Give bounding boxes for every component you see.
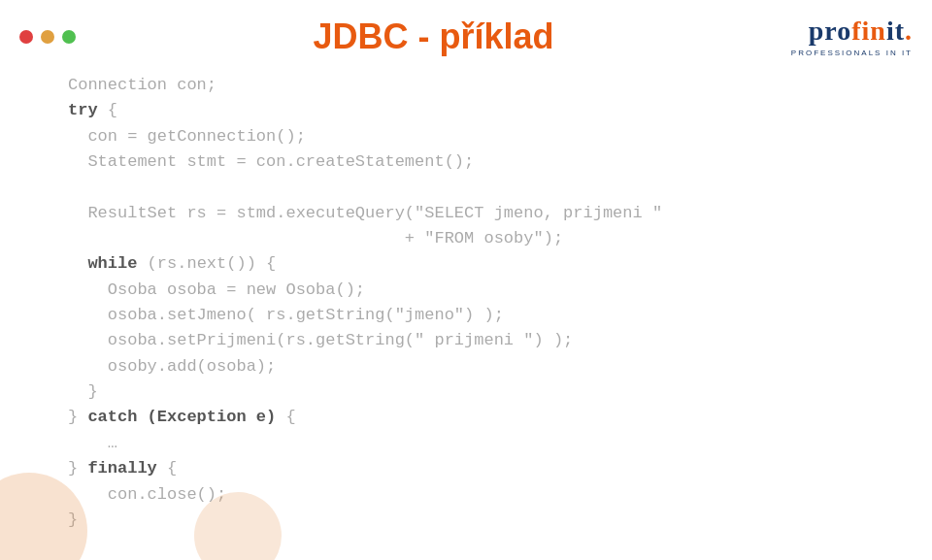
code-line: Osoba osoba = new Osoba(); [68, 278, 883, 303]
top-bar: JDBC - příklad profinit. PROFESSIONALS I… [0, 0, 932, 68]
code-area: Connection con; try { con = getConnectio… [0, 68, 932, 543]
code-line: try { [68, 98, 883, 123]
code-line: } catch (Exception e) { [68, 405, 883, 430]
code-line: osoby.add(osoba); [68, 354, 883, 379]
code-line: while (rs.next()) { [68, 251, 883, 277]
traffic-lights [19, 30, 76, 44]
code-line: Connection con; [68, 73, 883, 98]
code-line [68, 175, 883, 200]
code-line: con = getConnection(); [68, 124, 883, 149]
traffic-light-red[interactable] [19, 30, 33, 44]
slide-title: JDBC - příklad [76, 16, 791, 57]
code-line: … [68, 431, 883, 456]
traffic-light-yellow[interactable] [41, 30, 54, 44]
code-line: osoba.setPrijmeni(rs.getString(" prijmen… [68, 328, 883, 353]
code-line: } [68, 508, 883, 533]
code-line: ResultSet rs = stmd.executeQuery("SELECT… [68, 201, 883, 226]
code-line: } finally { [68, 456, 883, 481]
code-line: + "FROM osoby"); [68, 226, 883, 251]
code-line: con.close(); [68, 482, 883, 508]
logo-tagline: PROFESSIONALS IN IT [791, 49, 913, 57]
code-line: osoba.setJmeno( rs.getString("jmeno") ); [68, 303, 883, 328]
logo-area: profinit. PROFESSIONALS IN IT [791, 16, 913, 57]
logo-text: profinit. [809, 16, 913, 47]
code-line: } [68, 379, 883, 405]
code-line: Statement stmt = con.createStatement(); [68, 149, 883, 175]
traffic-light-green[interactable] [62, 30, 76, 44]
